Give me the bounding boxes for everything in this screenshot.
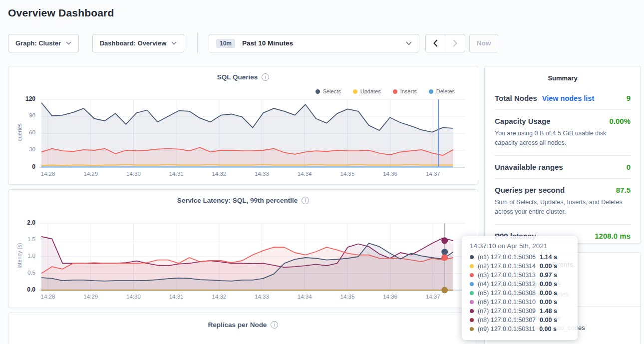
tooltip-date: on Apr 5th, 2021 [496,242,548,250]
x-axis-tick: 14:34 [292,294,318,300]
x-axis-tick: 14:36 [377,294,403,300]
panel-latency-chart-svg [8,190,478,308]
page-title: Overview Dashboard [8,7,114,19]
y-axis-name: queries [16,107,22,157]
tooltip-row: (n3) 127.0.0.1:503130.97 s [470,271,570,280]
y-axis-tick: 0 [12,163,35,170]
x-axis-tick: 14:28 [35,171,61,177]
tooltip-node-latency: 0.00 s [540,299,557,306]
unavailable-ranges-value: 0 [627,163,631,171]
y-axis-tick: 1.5 [12,236,35,242]
y-axis-name: latency (s) [16,231,22,281]
unavailable-ranges-label: Unavailable ranges [495,163,563,171]
prev-time-button[interactable] [426,34,445,52]
capacity-usage-row: Capacity Usage 0.00% You are using 0 B o… [495,110,631,156]
chevron-down-icon [171,41,177,45]
tooltip-row: (n9) 127.0.0.1:503110.00 s [470,325,570,334]
p99-latency-value: 1208.0 ms [595,232,631,240]
tooltip-node-latency: 0.97 s [540,272,557,279]
info-icon[interactable]: i [271,321,278,329]
tooltip-row: (n7) 127.0.0.1:503091.48 s [470,307,570,316]
node-color-dot [470,300,474,304]
latency-tooltip: 14:37:10 on Apr 5th, 2021 (n1) 127.0.0.1… [462,236,578,340]
y-axis-tick: 1.0 [12,253,35,259]
time-step-buttons [425,34,465,52]
tooltip-time: 14:37:10 [470,242,496,250]
tooltip-row: (n4) 127.0.0.1:503120.00 s [470,280,570,289]
x-axis-tick: 14:31 [163,294,189,300]
x-axis-tick: 14:30 [120,294,146,300]
tooltip-node-latency: 0.00 s [540,317,557,324]
x-axis-tick: 14:30 [120,171,146,177]
y-axis-tick: 0.0 [12,286,35,293]
tooltip-node-address: (n9) 127.0.0.1:50311 [478,326,535,333]
x-axis-tick: 14:33 [249,171,275,177]
tooltip-node-latency: 1.48 s [540,308,557,315]
y-axis-tick: 0.5 [12,270,35,276]
y-axis-tick: 90 [12,112,35,118]
summary-panel: Summary Total Nodes View nodes list 9 Ca… [484,66,641,244]
total-nodes-value: 9 [627,94,631,102]
tooltip-node-address: (n4) 127.0.0.1:50312 [478,281,536,288]
tooltip-node-latency: 1.14 s [540,254,557,261]
tooltip-timestamp: 14:37:10 on Apr 5th, 2021 [470,242,570,250]
service-latency-panel: Service Latency: SQL, 99th percentile i … [8,189,478,308]
chevron-down-icon [406,41,412,45]
view-nodes-list-link[interactable]: View nodes list [542,94,595,102]
replicas-chart-title: Replicas per Node i [8,321,478,329]
dashboard-dropdown[interactable]: Dashboard: Overview [92,34,184,52]
queries-per-second-row: Queries per second 87.5 Sum of Selects, … [495,179,631,225]
panel-sql-chart-svg [8,66,478,184]
now-button[interactable]: Now [469,34,498,52]
time-range-label: Past 10 Minutes [242,39,293,47]
tooltip-row: (n8) 127.0.0.1:503070.00 s [470,316,570,325]
x-axis-tick: 14:29 [78,171,104,177]
tooltip-node-latency: 0.00 s [540,263,557,270]
capacity-usage-value: 0.00% [609,117,631,125]
node-color-dot [470,264,474,268]
tooltip-node-address: (n6) 127.0.0.1:50310 [478,299,536,306]
graph-dropdown-label: Graph: Cluster [15,39,61,47]
time-range-selector[interactable]: 10m Past 10 Minutes [209,34,419,52]
sql-queries-panel: SQL Queries i SelectsUpdatesInsertsDelet… [8,66,478,185]
node-color-dot [470,318,474,322]
toolbar-divider [197,33,198,53]
unavailable-ranges-row: Unavailable ranges 0 [495,156,631,179]
tooltip-row: (n1) 127.0.0.1:503061.14 s [470,253,570,262]
next-time-button[interactable] [445,34,465,52]
node-color-dot [470,282,474,286]
node-color-dot [470,309,474,313]
queries-per-second-subtext: Sum of Selects, Updates, Inserts, and De… [495,198,631,217]
total-nodes-row: Total Nodes View nodes list 9 [495,87,631,110]
node-color-dot [470,255,474,259]
dashboard-dropdown-label: Dashboard: Overview [100,39,167,47]
overview-dashboard-page: Overview Dashboard Graph: Cluster Dashbo… [0,0,644,344]
tooltip-node-latency: 0.00 s [540,290,557,297]
tooltip-row: (n5) 127.0.0.1:503080.00 s [470,289,570,298]
x-axis-tick: 14:32 [206,171,232,177]
x-axis-tick: 14:36 [377,171,403,177]
tooltip-node-address: (n3) 127.0.0.1:50313 [478,272,536,279]
node-color-dot [470,273,474,277]
tooltip-node-latency: 0.00 s [540,281,557,288]
chevron-down-icon [66,41,71,45]
x-axis-tick: 14:35 [334,294,360,300]
tooltip-node-address: (n2) 127.0.0.1:50314 [478,263,536,270]
y-axis-tick: 30 [12,146,35,152]
capacity-usage-label: Capacity Usage [495,117,551,125]
graph-dropdown[interactable]: Graph: Cluster [8,34,79,52]
x-axis-tick: 14:28 [35,294,61,300]
queries-per-second-value: 87.5 [616,186,631,194]
y-axis-tick: 120 [12,95,35,102]
queries-per-second-label: Queries per second [495,186,565,194]
x-axis-tick: 14:33 [249,294,275,300]
x-axis-tick: 14:32 [206,294,232,300]
x-axis-tick: 14:37 [420,294,446,300]
tooltip-node-address: (n8) 127.0.0.1:50307 [478,317,536,324]
x-axis-tick: 14:29 [78,294,104,300]
tooltip-node-latency: 0.00 s [539,326,557,333]
x-axis-tick: 14:34 [292,171,318,177]
x-axis-tick: 14:37 [420,171,446,177]
chart-title-text: Replicas per Node [208,321,267,329]
time-range-badge: 10m [216,39,235,48]
